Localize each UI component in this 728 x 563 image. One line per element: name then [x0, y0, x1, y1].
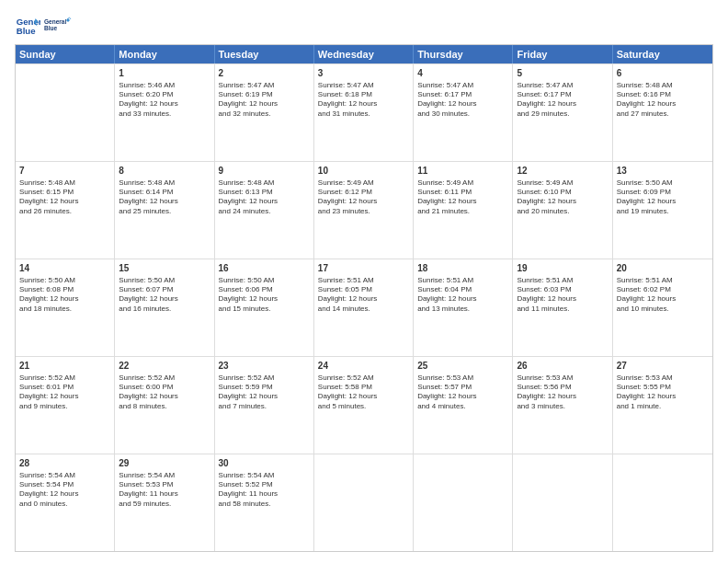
cell-text: Sunset: 6:17 PM — [417, 90, 508, 99]
cell-text: Sunset: 6:11 PM — [417, 188, 508, 197]
weekday-header-monday: Monday — [115, 45, 214, 63]
calendar-day-19: 19Sunrise: 5:51 AMSunset: 6:03 PMDayligh… — [513, 259, 612, 356]
cell-text: and 21 minutes. — [417, 207, 508, 216]
svg-text:Blue: Blue — [17, 26, 36, 36]
day-number: 7 — [19, 165, 110, 178]
cell-text: Daylight: 12 hours — [19, 197, 110, 206]
cell-text: Daylight: 12 hours — [119, 392, 210, 401]
cell-text: Daylight: 12 hours — [517, 392, 608, 401]
cell-text: Sunrise: 5:51 AM — [417, 276, 508, 285]
day-number: 8 — [119, 165, 210, 178]
day-number: 17 — [318, 262, 409, 275]
cell-text: Daylight: 12 hours — [219, 392, 310, 401]
day-number: 10 — [318, 165, 409, 178]
cell-text: Daylight: 12 hours — [19, 392, 110, 401]
cell-text: Daylight: 12 hours — [617, 197, 709, 206]
cell-text: Sunset: 6:01 PM — [19, 383, 110, 392]
cell-text: and 33 minutes. — [119, 109, 210, 119]
calendar-day-15: 15Sunrise: 5:50 AMSunset: 6:07 PMDayligh… — [115, 259, 214, 356]
cell-text: Daylight: 12 hours — [119, 197, 210, 206]
day-number: 3 — [318, 67, 409, 80]
cell-text: and 26 minutes. — [19, 207, 110, 216]
cell-text: Sunrise: 5:50 AM — [119, 276, 210, 285]
cell-text: Daylight: 12 hours — [617, 392, 709, 401]
cell-text: Sunrise: 5:48 AM — [617, 81, 709, 90]
calendar-row-4: 28Sunrise: 5:54 AMSunset: 5:54 PMDayligh… — [16, 454, 712, 551]
calendar-day-23: 23Sunrise: 5:52 AMSunset: 5:59 PMDayligh… — [215, 357, 314, 454]
cell-text: Sunset: 6:03 PM — [517, 285, 608, 294]
cell-text: Daylight: 12 hours — [19, 294, 110, 304]
cell-text: Sunrise: 5:47 AM — [417, 81, 508, 90]
calendar-row-1: 7Sunrise: 5:48 AMSunset: 6:15 PMDaylight… — [16, 161, 712, 259]
calendar-day-12: 12Sunrise: 5:49 AMSunset: 6:10 PMDayligh… — [513, 162, 612, 259]
day-number: 27 — [617, 360, 709, 373]
calendar-day-16: 16Sunrise: 5:50 AMSunset: 6:06 PMDayligh… — [215, 259, 314, 356]
logo-icon: General Blue — [15, 12, 40, 38]
cell-text: Sunset: 6:06 PM — [219, 285, 310, 294]
cell-text: and 58 minutes. — [219, 500, 310, 509]
cell-text: Daylight: 12 hours — [318, 197, 409, 206]
day-number: 26 — [517, 360, 608, 373]
calendar-day-6: 6Sunrise: 5:48 AMSunset: 6:16 PMDaylight… — [613, 64, 712, 161]
calendar-header: SundayMondayTuesdayWednesdayThursdayFrid… — [16, 45, 712, 63]
calendar-day-28: 28Sunrise: 5:54 AMSunset: 5:54 PMDayligh… — [16, 454, 115, 551]
calendar-empty-cell — [613, 454, 712, 551]
cell-text: and 20 minutes. — [517, 207, 608, 216]
cell-text: Sunrise: 5:54 AM — [219, 471, 310, 480]
svg-text:Blue: Blue — [44, 25, 57, 31]
cell-text: Sunset: 5:55 PM — [617, 383, 709, 392]
calendar-row-2: 14Sunrise: 5:50 AMSunset: 6:08 PMDayligh… — [16, 259, 712, 356]
cell-text: Sunrise: 5:48 AM — [19, 178, 110, 188]
cell-text: Sunrise: 5:51 AM — [617, 276, 709, 285]
day-number: 19 — [517, 262, 608, 275]
cell-text: Daylight: 12 hours — [219, 294, 310, 304]
calendar-empty-cell — [314, 454, 414, 551]
weekday-header-wednesday: Wednesday — [314, 45, 414, 63]
weekday-header-thursday: Thursday — [414, 45, 513, 63]
calendar-body: 1Sunrise: 5:46 AMSunset: 6:20 PMDaylight… — [16, 63, 712, 551]
calendar-day-22: 22Sunrise: 5:52 AMSunset: 6:00 PMDayligh… — [115, 357, 214, 454]
calendar-day-14: 14Sunrise: 5:50 AMSunset: 6:08 PMDayligh… — [16, 259, 115, 356]
day-number: 29 — [119, 457, 210, 470]
cell-text: Daylight: 12 hours — [517, 294, 608, 304]
cell-text: Sunrise: 5:50 AM — [617, 178, 709, 188]
day-number: 5 — [517, 67, 608, 80]
calendar-row-3: 21Sunrise: 5:52 AMSunset: 6:01 PMDayligh… — [16, 356, 712, 454]
weekday-header-sunday: Sunday — [16, 45, 115, 63]
cell-text: Sunrise: 5:48 AM — [119, 178, 210, 188]
calendar-day-3: 3Sunrise: 5:47 AMSunset: 6:18 PMDaylight… — [314, 64, 414, 161]
cell-text: Sunrise: 5:52 AM — [318, 373, 409, 383]
logo: General Blue General Blue — [15, 11, 72, 39]
calendar-day-25: 25Sunrise: 5:53 AMSunset: 5:57 PMDayligh… — [414, 357, 513, 454]
cell-text: Sunset: 6:13 PM — [219, 188, 310, 197]
day-number: 28 — [19, 457, 110, 470]
cell-text: Sunset: 6:00 PM — [119, 383, 210, 392]
calendar-day-10: 10Sunrise: 5:49 AMSunset: 6:12 PMDayligh… — [314, 162, 414, 259]
cell-text: Daylight: 12 hours — [219, 99, 310, 109]
cell-text: Sunset: 5:57 PM — [417, 383, 508, 392]
cell-text: Daylight: 12 hours — [119, 99, 210, 109]
calendar-day-7: 7Sunrise: 5:48 AMSunset: 6:15 PMDaylight… — [16, 162, 115, 259]
cell-text: and 5 minutes. — [318, 402, 409, 411]
calendar-day-11: 11Sunrise: 5:49 AMSunset: 6:11 PMDayligh… — [414, 162, 513, 259]
day-number: 23 — [219, 360, 310, 373]
cell-text: Sunset: 6:12 PM — [318, 188, 409, 197]
cell-text: and 4 minutes. — [417, 402, 508, 411]
calendar-day-30: 30Sunrise: 5:54 AMSunset: 5:52 PMDayligh… — [215, 454, 314, 551]
cell-text: Sunrise: 5:49 AM — [517, 178, 608, 188]
calendar-day-27: 27Sunrise: 5:53 AMSunset: 5:55 PMDayligh… — [613, 357, 712, 454]
calendar-day-2: 2Sunrise: 5:47 AMSunset: 6:19 PMDaylight… — [215, 64, 314, 161]
calendar-day-18: 18Sunrise: 5:51 AMSunset: 6:04 PMDayligh… — [414, 259, 513, 356]
weekday-header-saturday: Saturday — [613, 45, 712, 63]
cell-text: and 59 minutes. — [119, 500, 210, 509]
cell-text: Daylight: 12 hours — [417, 294, 508, 304]
weekday-header-friday: Friday — [513, 45, 612, 63]
cell-text: and 23 minutes. — [318, 207, 409, 216]
calendar-day-4: 4Sunrise: 5:47 AMSunset: 6:17 PMDaylight… — [414, 64, 513, 161]
day-number: 21 — [19, 360, 110, 373]
day-number: 18 — [417, 262, 508, 275]
day-number: 4 — [417, 67, 508, 80]
cell-text: Daylight: 12 hours — [318, 99, 409, 109]
cell-text: Sunset: 6:19 PM — [219, 90, 310, 99]
calendar-day-5: 5Sunrise: 5:47 AMSunset: 6:17 PMDaylight… — [513, 64, 612, 161]
